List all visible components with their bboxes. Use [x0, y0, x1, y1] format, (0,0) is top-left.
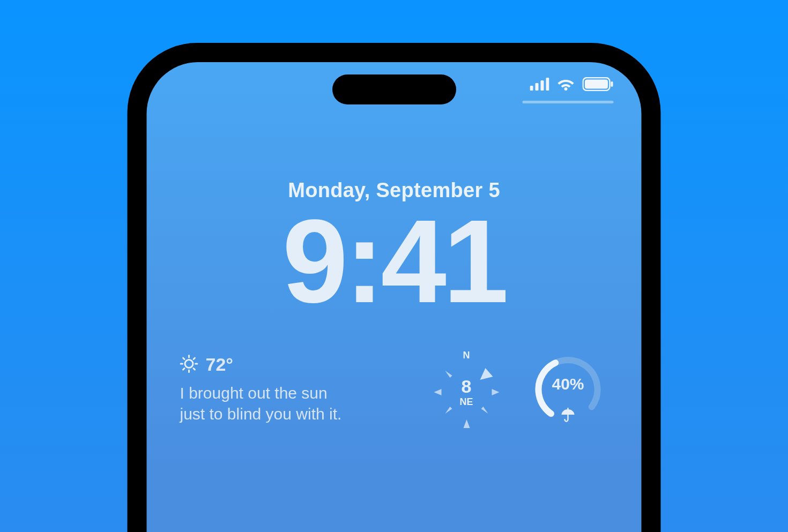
svg-marker-21	[445, 371, 452, 378]
svg-marker-18	[463, 419, 470, 428]
svg-rect-7	[611, 81, 613, 87]
phone-frame: Monday, September 5 9:41	[128, 43, 661, 532]
svg-line-14	[194, 368, 195, 370]
svg-point-8	[185, 359, 193, 368]
battery-icon	[583, 77, 614, 91]
compass-degrees: 8	[459, 377, 473, 395]
svg-point-4	[564, 87, 568, 91]
precipitation-percent: 40%	[552, 375, 584, 393]
svg-marker-19	[434, 389, 441, 395]
svg-marker-22	[481, 407, 488, 414]
cellular-signal-icon	[530, 78, 549, 91]
svg-rect-6	[585, 80, 608, 89]
svg-line-16	[194, 358, 195, 359]
precipitation-widget[interactable]: 40%	[528, 352, 608, 432]
svg-rect-3	[546, 78, 549, 91]
lock-screen[interactable]: Monday, September 5 9:41	[147, 62, 642, 532]
svg-marker-20	[492, 389, 499, 395]
weather-widget[interactable]: 72° I brought out the sun just to blind …	[180, 354, 405, 424]
svg-line-13	[183, 358, 185, 359]
wifi-icon	[557, 78, 575, 91]
weather-caption-line1: I brought out the sun	[180, 383, 405, 403]
lockscreen-clock[interactable]: 9:41	[147, 203, 642, 320]
status-tray	[530, 77, 614, 91]
compass-widget[interactable]: N 8 NE	[426, 352, 507, 432]
svg-rect-0	[530, 86, 533, 91]
svg-line-15	[183, 368, 185, 370]
compass-direction: NE	[459, 396, 473, 408]
weather-caption-line2: just to blind you with it.	[180, 403, 405, 424]
svg-rect-1	[536, 83, 539, 91]
svg-rect-2	[541, 80, 544, 91]
lockscreen-widgets-row: 72° I brought out the sun just to blind …	[180, 354, 608, 432]
compass-reading: 8 NE	[459, 377, 473, 408]
weather-header: 72°	[180, 354, 405, 375]
weather-temperature: 72°	[206, 354, 233, 375]
weather-caption: I brought out the sun just to blind you …	[180, 383, 405, 424]
dynamic-island[interactable]	[332, 74, 456, 104]
sun-icon	[180, 355, 198, 375]
svg-marker-23	[445, 407, 452, 414]
svg-marker-17	[480, 368, 493, 380]
status-underline	[523, 101, 614, 103]
umbrella-icon	[561, 408, 576, 425]
